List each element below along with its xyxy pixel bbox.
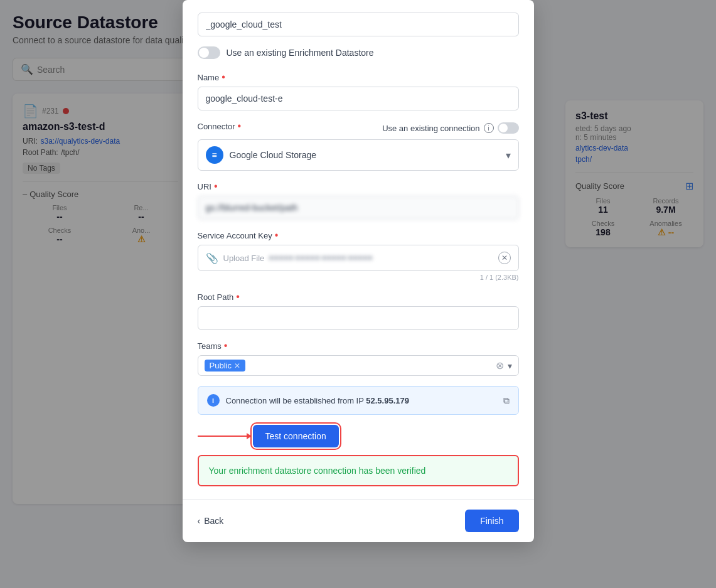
success-text: Your enrichment datastore connection has…: [209, 466, 426, 476]
use-existing-toggle[interactable]: [498, 122, 519, 134]
chevron-down-icon: ▾: [506, 149, 511, 161]
info-banner-icon: i: [207, 394, 220, 407]
teams-required: •: [224, 340, 228, 351]
teams-clear-icon[interactable]: ⊗: [496, 360, 504, 372]
connector-header: Connector • Use an existing connection i: [198, 120, 519, 136]
clear-file-icon[interactable]: ✕: [498, 252, 511, 264]
gcs-icon: ≡: [206, 146, 223, 164]
connector-field-group: Connector • Use an existing connection i…: [198, 120, 519, 171]
name-field-group: Name •: [198, 72, 519, 110]
info-banner-text: Connection will be established from IP 5…: [226, 396, 497, 405]
teams-actions: ⊗ ▾: [496, 360, 512, 372]
arrow-container: Test connection: [198, 425, 519, 447]
finish-button[interactable]: Finish: [465, 510, 518, 532]
teams-chevron-icon[interactable]: ▾: [508, 361, 512, 371]
upload-label: Upload File: [223, 254, 265, 263]
name-label: Name •: [198, 72, 519, 83]
teams-field-group: Teams • Public ✕ ⊗ ▾: [198, 340, 519, 376]
uri-input[interactable]: [198, 196, 519, 220]
modal-body: Use an existing Enrichment Datastore Nam…: [183, 0, 534, 499]
connector-left: ≡ Google Cloud Storage: [206, 146, 317, 164]
modal-dialog: Use an existing Enrichment Datastore Nam…: [183, 0, 534, 542]
service-key-field-group: Service Account Key • 📎 Upload File: [198, 230, 519, 281]
connector-name: Google Cloud Storage: [230, 150, 317, 160]
name-input[interactable]: [198, 87, 519, 110]
enrichment-toggle-row: Use an existing Enrichment Datastore: [198, 46, 519, 59]
uri-field-group: URI •: [198, 181, 519, 220]
back-button[interactable]: ‹ Back: [198, 516, 224, 526]
modal-overlay: Use an existing Enrichment Datastore Nam…: [0, 0, 716, 588]
copy-icon[interactable]: ⧉: [503, 395, 510, 406]
ip-info-banner: i Connection will be established from IP…: [198, 386, 519, 415]
file-upload-area[interactable]: 📎 Upload File: [198, 245, 519, 271]
use-existing-knob: [499, 124, 508, 132]
connector-dropdown[interactable]: ≡ Google Cloud Storage ▾: [198, 139, 519, 171]
root-path-field-group: Root Path •: [198, 291, 519, 330]
paperclip-icon: 📎: [206, 252, 218, 264]
root-path-required: •: [236, 291, 240, 302]
service-key-required: •: [275, 230, 279, 241]
file-size-info: 1 / 1 (2.3KB): [198, 274, 519, 281]
connector-required: •: [237, 120, 241, 132]
ip-address: 52.5.95.179: [366, 396, 409, 405]
info-icon[interactable]: i: [484, 123, 494, 133]
datastore-name-input[interactable]: [198, 13, 519, 36]
file-dots-blurred: [269, 256, 493, 260]
root-path-input[interactable]: [198, 306, 519, 330]
back-chevron-icon: ‹: [198, 516, 201, 526]
success-banner: Your enrichment datastore connection has…: [198, 455, 519, 486]
enrichment-toggle[interactable]: [198, 46, 220, 59]
teams-input[interactable]: Public ✕ ⊗ ▾: [198, 355, 519, 376]
name-required: •: [222, 72, 225, 83]
team-tag-remove[interactable]: ✕: [234, 361, 240, 370]
toggle-knob: [199, 48, 209, 58]
uri-required: •: [214, 181, 218, 192]
public-team-tag: Public ✕: [205, 360, 245, 372]
test-connection-button[interactable]: Test connection: [253, 425, 339, 447]
use-existing-row: Use an existing connection i: [382, 122, 518, 134]
enrichment-toggle-label: Use an existing Enrichment Datastore: [227, 48, 374, 58]
arrow-line: [198, 436, 248, 437]
modal-footer: ‹ Back Finish: [183, 499, 534, 542]
